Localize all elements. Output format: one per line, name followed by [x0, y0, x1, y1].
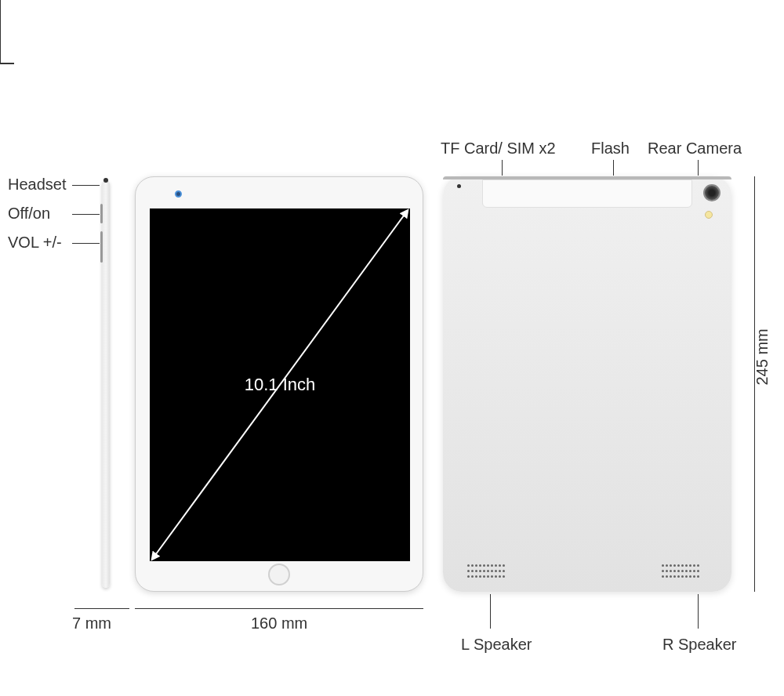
dimension-tick	[0, 47, 1, 63]
right-speaker-grille	[661, 562, 708, 579]
tf-sim-label: TF Card/ SIM x2	[441, 140, 556, 158]
left-speaker-grille	[466, 562, 514, 579]
flash-icon	[705, 211, 713, 219]
left-speaker-label: L Speaker	[461, 636, 532, 654]
tablet-screen: 10.1 Inch	[150, 208, 410, 561]
tablet-front-view: 10.1 Inch	[135, 176, 423, 592]
leader-line	[72, 243, 100, 244]
width-value: 160 mm	[251, 614, 307, 633]
flash-label: Flash	[591, 140, 630, 158]
rear-camera-label: Rear Camera	[648, 140, 742, 158]
leader-line	[490, 594, 491, 629]
leader-line	[72, 214, 100, 215]
leader-line	[613, 160, 614, 176]
dimension-tick	[0, 16, 1, 31]
volume-label: VOL +/-	[8, 234, 62, 252]
dimension-tick	[0, 0, 1, 16]
leader-line	[698, 160, 699, 176]
power-button-icon	[100, 204, 103, 223]
leader-line	[698, 594, 699, 629]
thickness-value: 7 mm	[72, 614, 111, 633]
headset-label: Headset	[8, 176, 67, 194]
height-value: 245 mm	[753, 328, 771, 385]
screen-size-label: 10.1 Inch	[245, 375, 316, 395]
thickness-dimension-bar	[74, 608, 129, 609]
leader-line	[72, 185, 100, 186]
leader-line	[502, 160, 503, 176]
tablet-side-profile	[102, 180, 110, 588]
headset-jack-icon	[103, 178, 108, 183]
home-button-icon	[268, 564, 290, 585]
antenna-band	[482, 179, 692, 208]
volume-button-icon	[100, 231, 103, 263]
dimension-tick	[0, 63, 14, 64]
rear-camera-icon	[703, 184, 720, 201]
dimension-tick	[0, 31, 1, 47]
right-speaker-label: R Speaker	[662, 636, 737, 654]
mic-icon	[457, 184, 461, 188]
power-label: Off/on	[8, 205, 50, 223]
front-camera-icon	[175, 190, 182, 198]
tablet-back-view	[443, 176, 731, 592]
width-dimension-bar	[135, 608, 423, 609]
